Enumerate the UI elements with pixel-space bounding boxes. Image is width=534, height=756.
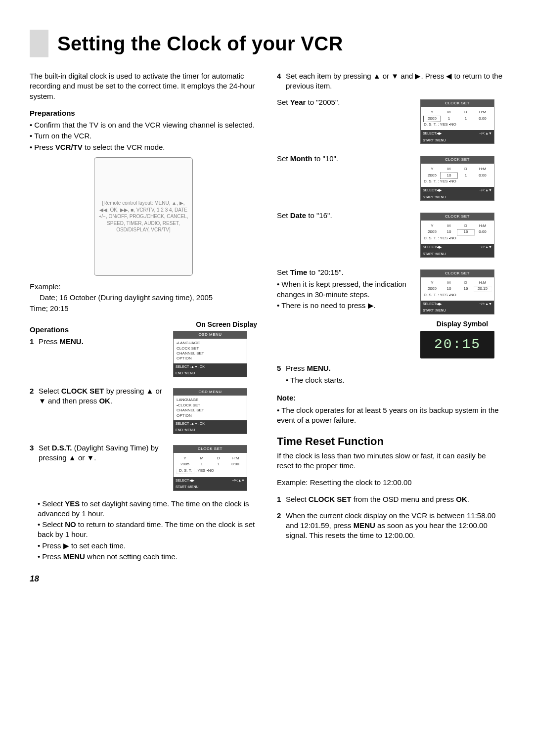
dst-line: D. S. T. : YES •NO (424, 121, 491, 128)
clk-val: 1 (457, 116, 474, 121)
step-number: 2 (277, 511, 286, 541)
note-list: The clock operates for at least 5 years … (277, 405, 504, 426)
osd-footer: SELECT:◀▶ (423, 245, 442, 249)
osd-item: OPTION (177, 413, 244, 418)
osd-footer: END :MENU (176, 371, 195, 375)
reset-intro: If the clock is less than two minutes sl… (277, 451, 504, 471)
dst-note: Select YES to set daylight saving time. … (38, 499, 257, 519)
dst-note: Press MENU when not setting each time. (38, 552, 257, 562)
prep-item: Confirm that the TV is on and the VCR vi… (30, 120, 257, 130)
osd-title: CLOCK SET (421, 100, 494, 107)
clk-hdr: Y (424, 280, 441, 285)
clk-val-sel: 16 (457, 229, 474, 234)
osd-footer: −/+:▲▼ (479, 188, 492, 192)
right-column: 4 Set each item by pressing ▲ or ▼ and ▶… (277, 71, 504, 585)
osd-footer: END :MENU (176, 428, 195, 432)
osd-footer: START :MENU (423, 252, 446, 256)
clock-set-month: CLOCK SET Y M D H:M 2005 10 1 0:00 (420, 156, 494, 201)
display-symbol-label: Display Symbol (420, 319, 504, 329)
osd-menu-2: OSD MENU LANGUAGE •CLOCK SET CHANNEL SET… (173, 388, 247, 434)
osd-title: CLOCK SET (421, 156, 494, 164)
osd-item: LANGUAGE (177, 398, 244, 402)
clock-set-dst: CLOCK SET Y M D H:M 2005 1 1 0:00 (173, 445, 247, 491)
preparations-heading: Preparations (30, 108, 257, 118)
clk-hdr: M (193, 456, 210, 461)
osd-item: •LANGUAGE (177, 341, 244, 346)
clk-val: 10 (441, 286, 457, 291)
dst-line: D. S. T. : YES •NO (424, 178, 491, 185)
step4-intro: Set each item by pressing ▲ or ▼ and ▶. … (286, 71, 504, 91)
osd-label: On Screen Display (173, 320, 257, 329)
clk-val-sel: 20:15 (474, 286, 491, 291)
clk-hdr: H:M (474, 167, 491, 172)
osd-footer: SELECT:◀▶ (423, 131, 442, 135)
page-number: 18 (30, 574, 257, 585)
osd-item: OPTION (177, 356, 244, 361)
osd-title: OSD MENU (174, 389, 247, 396)
clk-hdr: H:M (227, 456, 244, 461)
op-step-2: 2 Select CLOCK SET by pressing ▲ or ▼ an… (30, 386, 165, 406)
step5-note: The clock starts. (286, 375, 504, 385)
preparations-list: Confirm that the TV is on and the VCR vi… (30, 120, 257, 152)
clk-hdr: M (441, 110, 457, 115)
clk-val-sel: 10 (441, 173, 457, 178)
op-step-4: 4 Set each item by pressing ▲ or ▼ and ▶… (277, 71, 504, 91)
step-number: 2 (30, 386, 39, 406)
clk-val: 0:00 (474, 229, 491, 234)
clk-val: 10 (441, 229, 457, 234)
remote-diagram: [Remote control layout: MENU, ▲, ▶, ◀◀, … (94, 157, 193, 276)
prep-item: Turn on the VCR. (30, 131, 257, 141)
set-month-text: Set Month to "10". (277, 154, 414, 164)
osd-title: CLOCK SET (174, 445, 247, 453)
clk-hdr: Y (177, 456, 193, 461)
osd-footer: SELECT :▲▼, OK (176, 364, 205, 369)
osd-footer: START :MENU (176, 485, 199, 489)
clk-val: 2005 (424, 286, 441, 291)
intro-paragraph: The built-in digital clock is used to ac… (30, 71, 257, 101)
clk-hdr: M (441, 223, 457, 228)
clk-val: 1 (457, 173, 474, 178)
clk-val: 0:00 (227, 462, 244, 467)
reset-heading: Time Reset Function (277, 434, 504, 449)
osd-footer: −/+:▲▼ (479, 302, 492, 306)
title-accent-box (30, 30, 48, 57)
operations-heading: Operations (30, 325, 165, 335)
step-number: 1 (277, 494, 286, 504)
osd-menu-1: OSD MENU •LANGUAGE CLOCK SET CHANNEL SET… (173, 331, 247, 377)
step-number: 4 (277, 71, 286, 91)
example-block: Example: Date; 16 October (During daylig… (30, 282, 257, 314)
example-date: Date; 16 October (During daylight saving… (30, 293, 257, 303)
osd-title: CLOCK SET (421, 213, 494, 221)
osd-title: OSD MENU (174, 331, 247, 339)
osd-footer: START :MENU (423, 138, 446, 142)
clk-hdr: H:M (474, 280, 491, 285)
clk-hdr: D (457, 223, 474, 228)
clk-val: 1 (210, 462, 227, 467)
dst-line: D. S. T. : YES •NO (424, 292, 491, 299)
osd-item: •CLOCK SET (177, 403, 244, 408)
osd-footer: SELECT:◀▶ (423, 188, 442, 192)
clk-hdr: Y (424, 167, 441, 172)
osd-footer: −/+:▲▼ (232, 478, 245, 483)
set-year-text: Set Year to "2005". (277, 97, 414, 107)
clk-hdr: M (441, 280, 457, 285)
time-note: There is no need to press ▶. (277, 301, 414, 311)
reset-step-1: 1 Select CLOCK SET from the OSD menu and… (277, 494, 504, 504)
page-title-row: Setting the Clock of your VCR (30, 30, 504, 57)
osd-footer: SELECT:◀▶ (423, 302, 442, 306)
clk-hdr: H:M (474, 110, 491, 115)
step-number: 1 (30, 337, 39, 347)
clk-val: 0:00 (474, 173, 491, 178)
clk-val: 2005 (424, 229, 441, 234)
clk-val: 2005 (424, 173, 441, 178)
clk-val-sel: 2005 (424, 116, 441, 121)
clk-val: 1 (441, 116, 457, 121)
step-number: 3 (30, 443, 39, 463)
op-step-3: 3 Set D.S.T. (Daylight Saving Time) by p… (30, 443, 165, 463)
op-step-1: 1 Press MENU. (30, 337, 165, 347)
reset-step-2: 2 When the current clock display on the … (277, 511, 504, 541)
note-heading: Note: (277, 393, 504, 403)
clk-hdr: D (457, 280, 474, 285)
dst-selected: D. S. T. (177, 468, 194, 474)
clock-set-date: CLOCK SET Y M D H:M 2005 10 16 0:00 (420, 213, 494, 258)
